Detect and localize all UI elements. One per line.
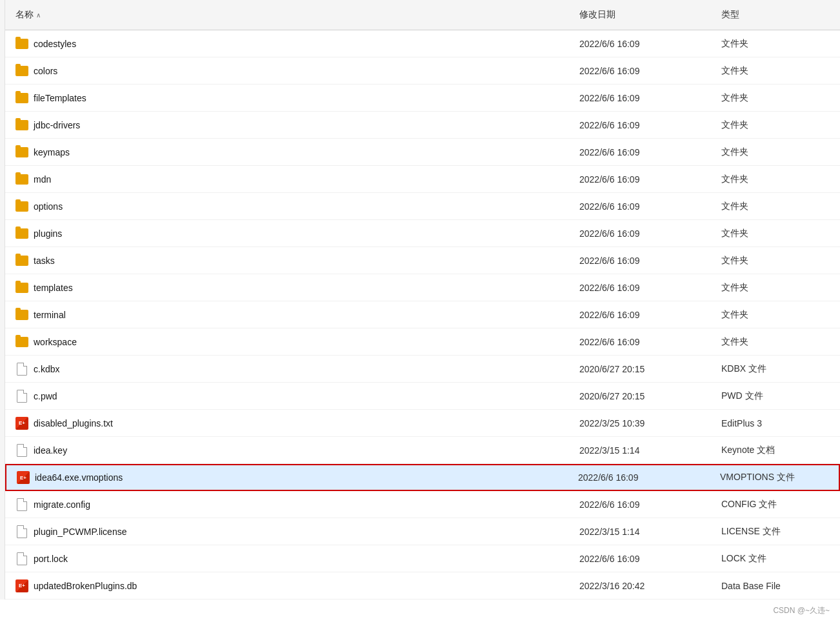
file-name-cell: fileTemplates	[5, 88, 569, 108]
file-name-cell: tasks	[5, 250, 569, 271]
folder-icon	[15, 283, 28, 293]
file-date-cell: 2022/6/6 16:09	[569, 35, 711, 53]
file-icon-container	[15, 92, 28, 105]
table-row[interactable]: c.pwd 2020/6/27 20:15 PWD 文件	[5, 383, 840, 410]
file-icon-container	[15, 363, 28, 376]
editplus-icon: E+	[17, 471, 30, 484]
file-name-cell: keymaps	[5, 142, 569, 163]
table-row[interactable]: options 2022/6/6 16:09 文件夹	[5, 193, 840, 220]
table-row[interactable]: terminal 2022/6/6 16:09 文件夹	[5, 301, 840, 328]
file-type-cell: 文件夹	[711, 224, 840, 243]
table-row[interactable]: E+ updatedBrokenPlugins.db 2022/3/16 20:…	[5, 572, 840, 599]
file-date-cell: 2022/6/6 16:09	[569, 279, 711, 297]
table-row[interactable]: codestyles 2022/6/6 16:09 文件夹	[5, 30, 840, 57]
table-row[interactable]: E+ idea64.exe.vmoptions 2022/6/6 16:09 V…	[5, 464, 840, 491]
file-name-text: port.lock	[34, 554, 68, 564]
file-icon-container: E+	[15, 579, 28, 592]
editplus-icon: E+	[15, 579, 28, 592]
file-name-cell: idea.key	[5, 440, 569, 461]
scroll-bar-area[interactable]	[0, 0, 5, 599]
file-name-text: colors	[34, 66, 57, 76]
file-name-cell: E+ updatedBrokenPlugins.db	[5, 576, 569, 596]
table-row[interactable]: plugins 2022/6/6 16:09 文件夹	[5, 220, 840, 247]
file-name-text: c.kdbx	[34, 364, 59, 374]
file-name-cell: templates	[5, 277, 569, 298]
table-row[interactable]: migrate.config 2022/6/6 16:09 CONFIG 文件	[5, 491, 840, 518]
file-date-cell: 2022/3/16 20:42	[569, 577, 711, 595]
file-date-cell: 2022/3/25 10:39	[569, 414, 711, 432]
file-name-text: plugins	[34, 228, 62, 239]
file-name-cell: migrate.config	[5, 494, 569, 515]
file-type-cell: 文件夹	[711, 170, 840, 189]
folder-icon	[15, 228, 28, 239]
file-name-text: plugin_PCWMP.license	[34, 527, 126, 537]
file-icon-container	[15, 444, 28, 457]
file-date-cell: 2022/3/15 1:14	[569, 441, 711, 459]
table-row[interactable]: jdbc-drivers 2022/6/6 16:09 文件夹	[5, 112, 840, 139]
file-list: codestyles 2022/6/6 16:09 文件夹 colors 202…	[5, 30, 840, 599]
table-row[interactable]: workspace 2022/6/6 16:09 文件夹	[5, 328, 840, 356]
file-type-cell: 文件夹	[711, 143, 840, 162]
file-date-cell: 2022/6/6 16:09	[569, 116, 711, 134]
file-icon	[17, 525, 27, 538]
file-name-text: migrate.config	[34, 499, 90, 510]
file-type-cell: 文件夹	[711, 197, 840, 216]
file-name-cell: E+ idea64.exe.vmoptions	[6, 467, 568, 488]
file-icon-container	[15, 227, 28, 240]
file-icon-container	[15, 200, 28, 213]
table-row[interactable]: keymaps 2022/6/6 16:09 文件夹	[5, 139, 840, 166]
file-name-text: fileTemplates	[34, 93, 86, 103]
file-type-cell: 文件夹	[711, 305, 840, 325]
file-date-cell: 2022/6/6 16:09	[569, 62, 711, 80]
file-name-cell: c.kdbx	[5, 359, 569, 379]
file-name-text: updatedBrokenPlugins.db	[34, 581, 137, 591]
file-name-cell: colors	[5, 61, 569, 81]
table-row[interactable]: E+ disabled_plugins.txt 2022/3/25 10:39 …	[5, 410, 840, 437]
file-name-cell: E+ disabled_plugins.txt	[5, 413, 569, 434]
file-type-cell: 文件夹	[711, 251, 840, 270]
folder-icon	[15, 93, 28, 103]
file-type-cell: 文件夹	[711, 116, 840, 135]
file-type-cell: EditPlus 3	[711, 414, 840, 432]
table-row[interactable]: plugin_PCWMP.license 2022/3/15 1:14 LICE…	[5, 518, 840, 545]
folder-icon	[15, 66, 28, 76]
file-name-cell: terminal	[5, 305, 569, 325]
file-name-text: jdbc-drivers	[34, 120, 80, 130]
sort-up-icon: ∧	[36, 12, 41, 19]
table-row[interactable]: idea.key 2022/3/15 1:14 Keynote 文档	[5, 437, 840, 464]
file-name-text: disabled_plugins.txt	[34, 418, 113, 428]
file-name-text: options	[34, 201, 63, 212]
table-row[interactable]: templates 2022/6/6 16:09 文件夹	[5, 274, 840, 301]
file-name-text: c.pwd	[34, 391, 57, 401]
file-date-cell: 2022/6/6 16:09	[569, 197, 711, 216]
file-name-cell: plugins	[5, 223, 569, 244]
col-header-type[interactable]: 类型	[711, 5, 840, 25]
file-name-text: terminal	[34, 310, 66, 320]
file-date-cell: 2022/6/6 16:09	[569, 306, 711, 324]
file-name-text: idea.key	[34, 445, 67, 456]
file-icon-container	[15, 146, 28, 159]
table-row[interactable]: mdn 2022/6/6 16:09 文件夹	[5, 166, 840, 193]
table-row[interactable]: fileTemplates 2022/6/6 16:09 文件夹	[5, 85, 840, 112]
folder-icon	[15, 201, 28, 212]
col-header-name[interactable]: 名称 ∧	[5, 5, 569, 25]
file-date-cell: 2022/6/6 16:09	[569, 143, 711, 161]
folder-icon	[15, 174, 28, 185]
table-row[interactable]: port.lock 2022/6/6 16:09 LOCK 文件	[5, 545, 840, 572]
file-name-cell: codestyles	[5, 34, 569, 54]
table-row[interactable]: tasks 2022/6/6 16:09 文件夹	[5, 247, 840, 274]
folder-icon	[15, 310, 28, 320]
folder-icon	[15, 147, 28, 157]
file-name-cell: workspace	[5, 332, 569, 352]
col-header-date[interactable]: 修改日期	[569, 5, 711, 25]
file-explorer: 名称 ∧ 修改日期 类型 codestyles 2022/6/6 16:09 文…	[5, 0, 840, 599]
file-type-cell: KDBX 文件	[711, 359, 840, 379]
table-row[interactable]: colors 2022/6/6 16:09 文件夹	[5, 57, 840, 85]
file-name-text: mdn	[34, 174, 51, 185]
folder-icon	[15, 337, 28, 347]
file-date-cell: 2022/6/6 16:09	[569, 225, 711, 243]
table-row[interactable]: c.kdbx 2020/6/27 20:15 KDBX 文件	[5, 356, 840, 383]
file-type-cell: CONFIG 文件	[711, 495, 840, 514]
file-icon	[17, 552, 27, 565]
file-icon-container	[15, 37, 28, 50]
